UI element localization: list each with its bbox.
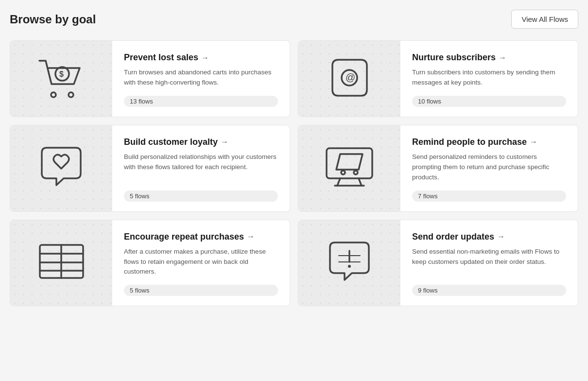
svg-point-0 (51, 92, 56, 97)
card-title-remind-people-to-purchase: Remind people to purchase → (412, 137, 566, 147)
card-send-order-updates[interactable]: Send order updates → Send essential non-… (298, 220, 578, 307)
card-title-prevent-lost-sales: Prevent lost sales → (124, 52, 278, 63)
view-all-flows-button[interactable]: View All Flows (511, 10, 578, 29)
card-remind-people-to-purchase[interactable]: Remind people to purchase → Send persona… (298, 125, 578, 212)
card-title-send-order-updates: Send order updates → (412, 232, 566, 242)
card-icon-area-prevent-lost-sales: $ (10, 41, 112, 117)
arrow-icon: → (201, 53, 209, 62)
arrow-icon: → (497, 232, 505, 241)
card-title-nurture-subscribers: Nurture subscribers → (412, 52, 566, 63)
svg-text:@: @ (346, 72, 355, 83)
card-title-encourage-repeat-purchases: Encourage repeat purchases → (124, 232, 278, 242)
card-content-nurture-subscribers: Nurture subscribers → Turn subscribers i… (400, 41, 578, 117)
page-header: Browse by goal View All Flows (10, 10, 578, 29)
card-description-send-order-updates: Send essential non-marketing emails with… (412, 247, 566, 267)
card-description-build-customer-loyalty: Build personalized relationships with yo… (124, 152, 278, 173)
card-icon-area-build-customer-loyalty (10, 125, 112, 211)
flows-badge-prevent-lost-sales: 13 flows (124, 96, 278, 107)
card-encourage-repeat-purchases[interactable]: Encourage repeat purchases → After a cus… (10, 220, 290, 307)
svg-point-11 (354, 171, 358, 174)
svg-rect-6 (327, 148, 372, 178)
card-content-encourage-repeat-purchases: Encourage repeat purchases → After a cus… (112, 220, 290, 306)
svg-text:$: $ (59, 70, 64, 78)
heart-chat-icon (37, 145, 86, 191)
flows-badge-remind-people-to-purchase: 7 flows (412, 190, 566, 202)
flows-badge-encourage-repeat-purchases: 5 flows (124, 285, 278, 296)
cards-grid: $ Prevent lost sales → Turn browses and … (10, 40, 578, 306)
card-description-prevent-lost-sales: Turn browses and abandoned carts into pu… (124, 68, 278, 88)
monitor-cart-icon (323, 144, 376, 192)
card-description-encourage-repeat-purchases: After a customer makes a purchase, utili… (124, 247, 278, 277)
page-title: Browse by goal (10, 13, 96, 26)
card-description-remind-people-to-purchase: Send personalized reminders to customers… (412, 152, 566, 183)
svg-point-1 (69, 92, 73, 97)
arrow-icon: → (499, 53, 506, 62)
cart-icon: $ (37, 56, 86, 102)
arrow-icon: → (530, 138, 537, 146)
card-content-remind-people-to-purchase: Remind people to purchase → Send persona… (400, 125, 578, 211)
card-icon-area-remind-people-to-purchase (298, 125, 400, 211)
svg-line-8 (359, 178, 362, 186)
card-content-build-customer-loyalty: Build customer loyalty → Build personali… (112, 125, 290, 211)
arrow-icon: → (247, 232, 255, 241)
card-prevent-lost-sales[interactable]: $ Prevent lost sales → Turn browses and … (10, 40, 290, 117)
arrow-icon: → (221, 138, 228, 146)
chat-alert-icon (325, 240, 374, 286)
card-title-build-customer-loyalty: Build customer loyalty → (124, 137, 278, 147)
card-icon-area-nurture-subscribers: @ (298, 41, 400, 117)
flows-badge-build-customer-loyalty: 5 flows (124, 190, 278, 202)
flows-badge-send-order-updates: 9 flows (412, 285, 566, 296)
card-description-nurture-subscribers: Turn subscribers into customers by sendi… (412, 68, 566, 88)
svg-line-7 (337, 178, 340, 186)
card-content-prevent-lost-sales: Prevent lost sales → Turn browses and ab… (112, 41, 290, 117)
svg-point-21 (348, 265, 351, 268)
card-build-customer-loyalty[interactable]: Build customer loyalty → Build personali… (10, 125, 290, 212)
email-icon: @ (327, 56, 373, 102)
card-content-send-order-updates: Send order updates → Send essential non-… (400, 220, 578, 306)
book-icon (36, 240, 87, 286)
svg-point-10 (341, 171, 345, 174)
card-icon-area-send-order-updates (298, 220, 400, 306)
card-icon-area-encourage-repeat-purchases (10, 220, 112, 306)
card-nurture-subscribers[interactable]: @ Nurture subscribers → Turn subscribers… (298, 40, 578, 117)
flows-badge-nurture-subscribers: 10 flows (412, 96, 566, 107)
